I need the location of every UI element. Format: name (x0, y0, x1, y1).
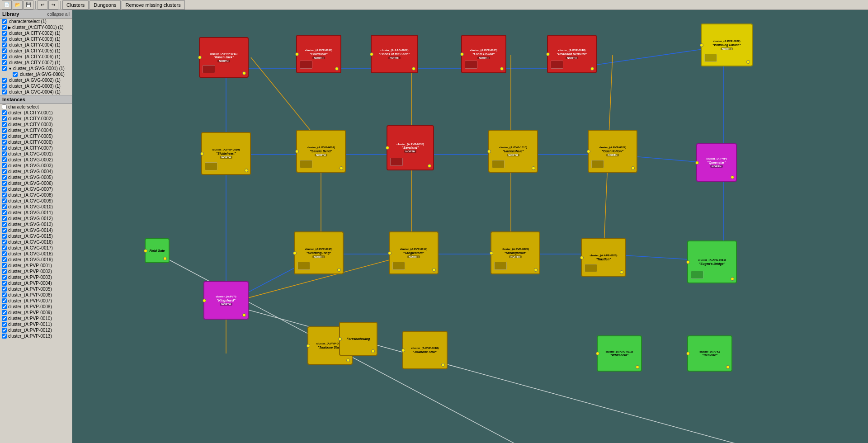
instance-item[interactable]: cluster_(A:GVG-0005) (0, 174, 72, 180)
clusters-tab[interactable]: Clusters (62, 0, 89, 9)
cluster-node[interactable]: cluster_(A:PVP-0035)"Savaland"NORTH (387, 125, 434, 170)
node-port-left[interactable] (144, 249, 147, 253)
instance-item-checkbox[interactable] (2, 310, 7, 315)
cluster-node[interactable]: cluster_(A:PVP-0022)"Whistling Ravine"NO… (701, 24, 753, 66)
instance-item-checkbox[interactable] (2, 257, 7, 262)
cluster-node[interactable]: Foreshadowing (339, 322, 377, 356)
library-item[interactable]: ▶cluster_(A:CITY-0001) (1) (0, 24, 72, 30)
node-port-left[interactable] (370, 52, 373, 56)
library-item[interactable]: cluster_(A:GVG-0002) (1) (0, 77, 72, 83)
node-port-left[interactable] (386, 146, 389, 150)
node-port-left[interactable] (487, 150, 491, 153)
library-item[interactable]: cluster_(A:GVG-0004) (1) (0, 89, 72, 95)
instance-item-checkbox[interactable] (2, 134, 7, 139)
node-port[interactable] (371, 349, 375, 353)
cluster-node[interactable]: cluster_(A:GVG-0007)"Savers Bend"NORTH (296, 130, 346, 173)
cluster-node[interactable]: cluster_(A:APE)"Renville" (687, 335, 732, 372)
instance-item[interactable]: cluster_(A:GVG-0013) (0, 222, 72, 227)
instance-item-checkbox[interactable] (2, 163, 7, 168)
library-item-checkbox[interactable] (2, 19, 7, 24)
undo-button[interactable]: ↩ (38, 0, 47, 9)
node-port-left[interactable] (293, 251, 297, 255)
instance-item[interactable]: cluster_(A:CITY-0006) (0, 139, 72, 145)
instance-item[interactable]: cluster_(A:GVG-0019) (0, 257, 72, 263)
dungeons-tab[interactable]: Dungeons (90, 0, 120, 9)
instance-item[interactable]: cluster_(A:PVP-0012) (0, 327, 72, 333)
instance-item-checkbox[interactable] (2, 146, 7, 151)
instance-item-checkbox[interactable] (2, 251, 7, 256)
instance-item-checkbox[interactable] (2, 228, 7, 233)
library-item[interactable]: cluster_(A:CITY-0005) (1) (0, 48, 72, 54)
node-port[interactable] (532, 166, 535, 170)
cluster-node[interactable]: cluster_(A:PVP)"Queenstar"NORTH (696, 143, 737, 182)
instance-item-checkbox[interactable] (2, 269, 7, 274)
instance-item[interactable]: cluster_(A:GVG-0002) (0, 157, 72, 163)
instance-item[interactable]: cluster_(A:PVP-0007) (0, 298, 72, 304)
instance-item-checkbox[interactable] (2, 198, 7, 203)
node-port-left[interactable] (700, 43, 703, 47)
instance-item[interactable]: cluster_(A:GVG-0008) (0, 192, 72, 198)
instance-item-checkbox[interactable] (2, 245, 7, 250)
node-port-left[interactable] (695, 161, 699, 165)
node-port[interactable] (631, 166, 635, 170)
library-item[interactable]: cluster_(A:CITY-0007) (1) (0, 60, 72, 66)
cluster-node[interactable]: cluster_(A:APE-0020)"Mastlen" (581, 238, 626, 277)
instance-item[interactable]: cluster_(A:CITY-0007) (0, 145, 72, 151)
node-port[interactable] (337, 268, 341, 272)
node-port[interactable] (163, 257, 167, 260)
library-item-checkbox[interactable] (2, 66, 7, 71)
redo-button[interactable]: ↪ (48, 0, 58, 9)
instance-item[interactable]: cluster_(A:GVG-0016) (0, 239, 72, 245)
instance-item-checkbox[interactable] (2, 334, 7, 339)
node-port-left[interactable] (388, 251, 392, 255)
cluster-node[interactable]: cluster_(A:PVP-0025)"Loam Hollow"NORTH (461, 35, 506, 73)
cluster-node[interactable]: cluster_(A:PVP-0015)"Heartling Ring"NORT… (294, 231, 344, 274)
instance-item-checkbox[interactable] (2, 104, 7, 109)
node-port-left[interactable] (200, 152, 204, 156)
node-port-left[interactable] (198, 56, 202, 59)
instance-item[interactable]: cluster_(A:GVG-0011) (0, 210, 72, 216)
instance-item[interactable]: cluster_(A:PVP-0011) (0, 321, 72, 327)
instance-item[interactable]: cluster_(A:GVG-0004) (0, 169, 72, 174)
instance-item-checkbox[interactable] (2, 210, 7, 215)
library-item-checkbox[interactable] (2, 60, 7, 65)
node-port-left[interactable] (338, 337, 342, 341)
cluster-node[interactable]: cluster_(A:PVP-0010)"Sickleheart"NORTH (201, 132, 251, 175)
cluster-node[interactable]: cluster_(A:APE-0011)"Eugen's Bridge" (687, 240, 737, 283)
library-item-checkbox[interactable] (2, 54, 7, 59)
node-port[interactable] (346, 358, 350, 362)
node-port[interactable] (340, 166, 343, 170)
instance-item[interactable]: cluster_(A:GVG-0017) (0, 245, 72, 251)
library-item[interactable]: cluster_(A:CITY-0002) (1) (0, 30, 72, 36)
node-port[interactable] (746, 60, 750, 64)
node-port[interactable] (245, 169, 248, 172)
expand-arrow-icon[interactable]: ▼ (8, 66, 12, 71)
instance-item[interactable]: cluster_(A:PVP-0010) (0, 316, 72, 321)
instance-item[interactable]: cluster_(A:GVG-0001) (0, 151, 72, 157)
node-port[interactable] (726, 365, 730, 369)
node-port-left[interactable] (587, 150, 590, 153)
library-item-checkbox[interactable] (2, 42, 7, 47)
library-item-checkbox[interactable] (2, 37, 7, 42)
library-item[interactable]: cluster_(A:CITY-0003) (1) (0, 36, 72, 42)
instance-item-checkbox[interactable] (2, 140, 7, 145)
node-port[interactable] (620, 270, 623, 274)
instance-item-checkbox[interactable] (2, 287, 7, 292)
new-button[interactable]: 📄 (2, 0, 12, 9)
node-port[interactable] (590, 67, 594, 71)
instance-item-checkbox[interactable] (2, 275, 7, 280)
instance-item-checkbox[interactable] (2, 322, 7, 327)
instance-item-checkbox[interactable] (2, 316, 7, 321)
library-item-checkbox[interactable] (2, 31, 7, 36)
instance-item-checkbox[interactable] (2, 222, 7, 227)
cluster-node[interactable]: cluster_(A:PVP-0027)"Gust Hollow"NORTH (588, 130, 637, 173)
library-item-checkbox[interactable] (2, 78, 7, 83)
node-port-left[interactable] (203, 299, 206, 302)
instance-item-checkbox[interactable] (2, 240, 7, 245)
node-port-left[interactable] (490, 251, 493, 255)
node-port[interactable] (731, 175, 734, 179)
instance-item-checkbox[interactable] (2, 328, 7, 333)
instance-item-checkbox[interactable] (2, 204, 7, 209)
instance-item[interactable]: cluster_(A:CITY-0005) (0, 133, 72, 139)
instance-item[interactable]: characterselect (0, 104, 72, 110)
